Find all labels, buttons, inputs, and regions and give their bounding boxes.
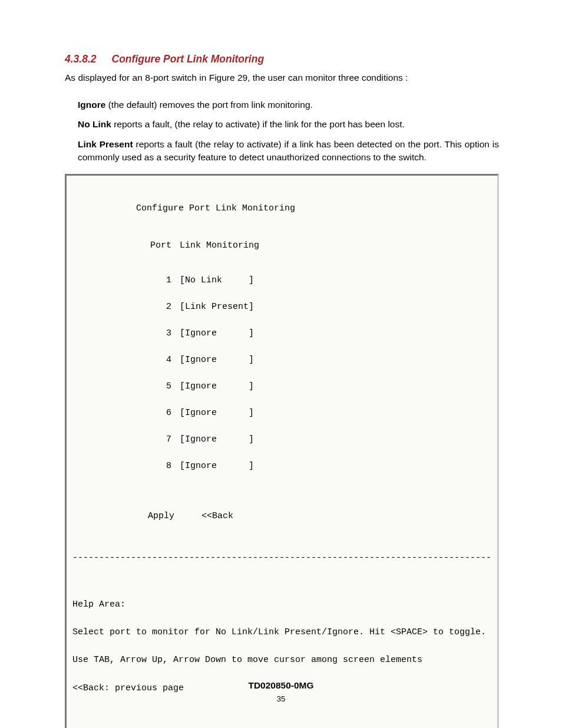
section-heading: 4.3.8.2Configure Port Link Monitoring [65,53,499,65]
port-mode[interactable]: [Ignore ] [180,434,254,444]
port-number: 7 [136,435,171,444]
port-row-7[interactable]: 7[Ignore ] [136,435,491,444]
back-button[interactable]: <<Back [201,511,233,521]
intro-paragraph: As displayed for an 8-port switch in Fig… [65,71,499,84]
desc-link-present: reports a fault (the relay to activate) … [78,139,499,162]
section-title: Configure Port Link Monitoring [112,53,265,65]
definition-link-present: Link Present reports a fault (the relay … [78,138,499,163]
column-port: Port [136,241,171,250]
definition-no-link: No Link reports a fault, (the relay to a… [78,118,499,131]
terminal-divider: ----------------------------------------… [72,554,491,562]
port-mode[interactable]: [Ignore ] [180,461,254,471]
footer-doc-id: TD020850-0MG [0,680,562,691]
apply-button[interactable]: Apply [148,512,174,521]
footer-page-number: 35 [0,694,562,703]
help-line-2: Use TAB, Arrow Up, Arrow Down to move cu… [72,655,491,665]
desc-ignore: (the default) removes the port from link… [105,100,312,110]
help-label: Help Area: [72,600,491,610]
terminal-title: Configure Port Link Monitoring [136,204,491,213]
port-row-1[interactable]: 1[No Link ] [136,276,491,285]
section-number: 4.3.8.2 [65,53,97,65]
term-ignore: Ignore [78,100,105,110]
port-mode[interactable]: [Ignore ] [180,381,254,391]
port-mode[interactable]: [Ignore ] [180,408,254,418]
port-number: 3 [136,329,171,338]
port-row-3[interactable]: 3[Ignore ] [136,329,491,338]
terminal-screenshot: Configure Port Link Monitoring PortLink … [65,174,499,728]
port-row-2[interactable]: 2[Link Present] [136,302,491,311]
port-row-8[interactable]: 8[Ignore ] [136,462,491,470]
port-mode[interactable]: [Ignore ] [180,328,254,338]
port-mode[interactable]: [Ignore ] [180,355,254,365]
port-number: 4 [136,355,171,364]
definition-list: Ignore (the default) removes the port fr… [78,98,499,164]
port-mode[interactable]: [No Link ] [180,275,254,285]
column-mode: Link Monitoring [180,241,259,251]
port-number: 2 [136,302,171,311]
term-no-link: No Link [78,119,111,129]
term-link-present: Link Present [78,139,133,149]
help-line-1: Select port to monitor for No Link/Link … [72,628,491,637]
terminal-column-headers: PortLink Monitoring [136,241,491,250]
desc-no-link: reports a fault, (the relay to activate)… [111,119,405,129]
port-number: 5 [136,382,171,391]
port-number: 1 [136,276,171,285]
page-footer: TD020850-0MG 35 [0,680,562,703]
port-number: 6 [136,409,171,417]
terminal-actions: Apply<<Back [148,512,491,521]
definition-ignore: Ignore (the default) removes the port fr… [78,98,499,111]
port-row-4[interactable]: 4[Ignore ] [136,355,491,364]
port-number: 8 [136,462,171,470]
port-row-6[interactable]: 6[Ignore ] [136,409,491,417]
port-mode[interactable]: [Link Present] [180,302,254,312]
port-row-5[interactable]: 5[Ignore ] [136,382,491,391]
